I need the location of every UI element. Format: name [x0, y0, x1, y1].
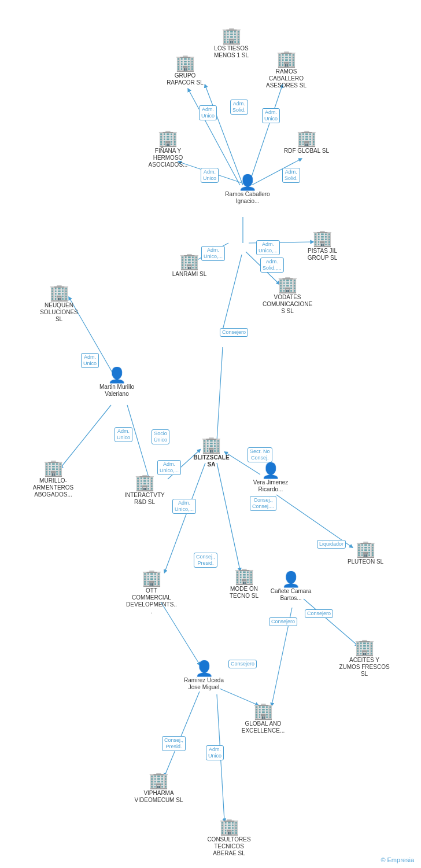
badge-consejero-canete[interactable]: Consejero [305, 609, 333, 618]
badge-adm-unico-neuquen[interactable]: Adm.Unico [81, 353, 99, 368]
company-icon-mode-on: 🏢 [234, 568, 254, 584]
label-lanrami: LANRAMI SL [172, 271, 206, 278]
company-icon-vodates: 🏢 [278, 277, 298, 293]
badge-adm-solid-2[interactable]: Adm.Solid. [282, 168, 300, 183]
company-icon-finana: 🏢 [158, 130, 178, 146]
label-canete: Cañete Camara Bartos... [267, 588, 315, 602]
label-los-tiesos: LOS TIESOS MENOS 1 SL [205, 45, 257, 59]
company-icon-ott: 🏢 [142, 570, 162, 586]
node-pistas-jil: 🏢 PISTAS JIL GROUP SL [298, 230, 347, 262]
company-icon-aceites: 🏢 [354, 639, 375, 656]
company-icon-lanrami: 🏢 [179, 253, 200, 270]
node-ramirez-uceda: 👤 Ramirez Uceda Jose Miguel [179, 661, 228, 691]
person-icon-vera-jimenez: 👤 [261, 463, 280, 478]
svg-line-10 [217, 347, 223, 441]
node-aceites-zumos: 🏢 ACEITES Y ZUMOS FRESCOS SL [338, 639, 390, 678]
svg-line-9 [223, 255, 242, 330]
node-vipharma: 🏢 VIPHARMA VIDEOMECUM SL [134, 773, 183, 804]
badge-adm-unico-interactvty[interactable]: Adm.Unico,... [157, 460, 181, 475]
node-finana-hermoso: 🏢 FIÑANA Y HERMOSO ASOCIADOS... [143, 130, 193, 168]
node-vodates: 🏢 VODATES COMUNICACIONES SL [261, 277, 313, 315]
badge-consejero-ramirez[interactable]: Consejero [228, 660, 257, 668]
node-murillo-armenteros: 🏢 MURILLO-ARMENTEROS ABOGADOS... [28, 460, 79, 498]
badge-adm-unico-consultores[interactable]: Adm.Unico [206, 745, 224, 760]
company-icon-blitzscale: 🏢 [201, 437, 221, 453]
person-icon-canete: 👤 [282, 572, 300, 587]
company-icon-murillo-arm: 🏢 [43, 460, 64, 476]
node-ott-commercial: 🏢 OTT COMMERCIAL DEVELOPMENTS... [126, 570, 177, 615]
svg-line-21 [220, 689, 257, 705]
node-ramos-ignacio: 👤 Ramos Caballero Ignacio... [224, 175, 271, 205]
node-consultores: 🏢 CONSULTORES TECNICOS ABERAE SL [204, 819, 254, 857]
badge-liquidador[interactable]: Liquidador [317, 540, 346, 549]
label-rdf: RDF GLOBAL SL [284, 148, 329, 155]
company-icon-rdf: 🏢 [297, 130, 317, 146]
node-vera-jimenez: 👤 Vera Jimenez Ricardo... [248, 463, 294, 493]
svg-line-19 [304, 599, 357, 645]
badge-adm-unico-blitz[interactable]: Adm.Unico,... [172, 499, 196, 514]
node-pluteon: 🏢 PLUTEON SL [342, 541, 389, 565]
label-murillo-arm: MURILLO-ARMENTEROS ABOGADOS... [28, 477, 79, 498]
node-grupo-rapacor: 🏢 GRUPO RAPACOR SL [162, 55, 208, 86]
badge-consejero-1[interactable]: Consejero [220, 328, 248, 337]
label-martin-murillo: Martin Murillo Valeriano [94, 384, 140, 398]
person-icon-ramos-ignacio: 👤 [238, 175, 257, 190]
badge-consejero-global[interactable]: Consejero [269, 617, 297, 626]
label-vipharma: VIPHARMA VIDEOMECUM SL [134, 790, 183, 804]
person-icon-martin-murillo: 👤 [108, 367, 126, 382]
label-blitzscale: BLITZSCALE SA [190, 454, 233, 468]
label-consultores: CONSULTORES TECNICOS ABERAE SL [204, 836, 254, 857]
node-los-tiesos: 🏢 LOS TIESOS MENOS 1 SL [205, 28, 257, 59]
node-global-excellence: 🏢 GLOBAL AND EXCELLENCE... [240, 703, 286, 734]
label-neuquen: NEUQUEN SOLUCIONES SL [36, 302, 82, 323]
label-pistas-jil: PISTAS JIL GROUP SL [298, 248, 347, 262]
company-icon-grupo-rapacor: 🏢 [175, 55, 195, 71]
person-icon-ramirez: 👤 [195, 661, 213, 676]
label-global-exc: GLOBAL AND EXCELLENCE... [240, 720, 286, 734]
badge-adm-unico-1[interactable]: Adm.Unico [199, 105, 217, 120]
company-icon-neuquen: 🏢 [49, 285, 69, 301]
company-icon-los-tiesos: 🏢 [221, 28, 242, 44]
label-finana: FIÑANA Y HERMOSO ASOCIADOS... [143, 148, 193, 168]
label-ramirez: Ramirez Uceda Jose Miguel [179, 677, 228, 691]
svg-line-2 [249, 86, 282, 185]
label-pluteon: PLUTEON SL [348, 558, 383, 565]
badge-adm-solid-1[interactable]: Adm.Solid. [230, 100, 248, 115]
connection-lines [0, 0, 421, 868]
node-canete-camara: 👤 Cañete Camara Bartos... [267, 572, 315, 602]
badge-consej-presid-2[interactable]: Consej.,Presid. [162, 736, 186, 751]
company-icon-consultores: 🏢 [219, 819, 239, 835]
label-ramos-asesores: RAMOS CABALLERO ASESORES SL [260, 68, 312, 89]
badge-consej-presid-1[interactable]: Consej.,Presid. [194, 553, 217, 568]
badge-adm-solid-3[interactable]: Adm.Solid.,... [260, 258, 284, 273]
label-ramos-ignacio: Ramos Caballero Ignacio... [224, 191, 271, 205]
svg-line-18 [276, 495, 352, 547]
company-icon-global-exc: 🏢 [253, 703, 274, 719]
badge-adm-unico-left[interactable]: Adm.Unico,... [201, 246, 225, 261]
diagram-container: 🏢 LOS TIESOS MENOS 1 SL 🏢 GRUPO RAPACOR … [0, 0, 421, 868]
badge-adm-unico-right[interactable]: Adm.Unico,... [256, 240, 280, 255]
label-mode-on: MODE ON TECNO SL [221, 586, 267, 599]
label-aceites: ACEITES Y ZUMOS FRESCOS SL [338, 657, 390, 678]
node-mode-on-tecno: 🏢 MODE ON TECNO SL [221, 568, 267, 599]
label-grupo-rapacor: GRUPO RAPACOR SL [162, 72, 208, 86]
company-icon-ramos-asesores: 🏢 [276, 51, 297, 67]
badge-consej-consej-2[interactable]: Consej.,Consej.... [250, 496, 276, 511]
node-ramos-caballero-asesores: 🏢 RAMOS CABALLERO ASESORES SL [260, 51, 312, 89]
node-neuquen: 🏢 NEUQUEN SOLUCIONES SL [36, 285, 82, 323]
svg-line-12 [127, 405, 149, 479]
company-icon-interactvty: 🏢 [135, 475, 155, 491]
badge-adm-unico-3[interactable]: Adm.Unico [201, 168, 219, 183]
label-vera-jimenez: Vera Jimenez Ricardo... [248, 479, 294, 493]
label-interactvty: INTERACTVTY R&D SL [121, 492, 168, 506]
badge-adm-unico-2[interactable]: Adm.Unico [262, 108, 280, 123]
company-icon-pluteon: 🏢 [356, 541, 376, 557]
copyright: © Empresia [381, 856, 414, 863]
badge-socio-unico[interactable]: SocioÚnico [152, 429, 169, 444]
company-icon-pistas-jil: 🏢 [312, 230, 333, 247]
svg-line-13 [61, 405, 111, 468]
badge-adm-unico-martin[interactable]: Adm.Unico [115, 427, 132, 442]
company-icon-vipharma: 🏢 [149, 773, 169, 789]
badge-secr-no-consej[interactable]: Secr. NoConsej. [248, 447, 272, 462]
node-martin-murillo: 👤 Martin Murillo Valeriano [94, 367, 140, 398]
